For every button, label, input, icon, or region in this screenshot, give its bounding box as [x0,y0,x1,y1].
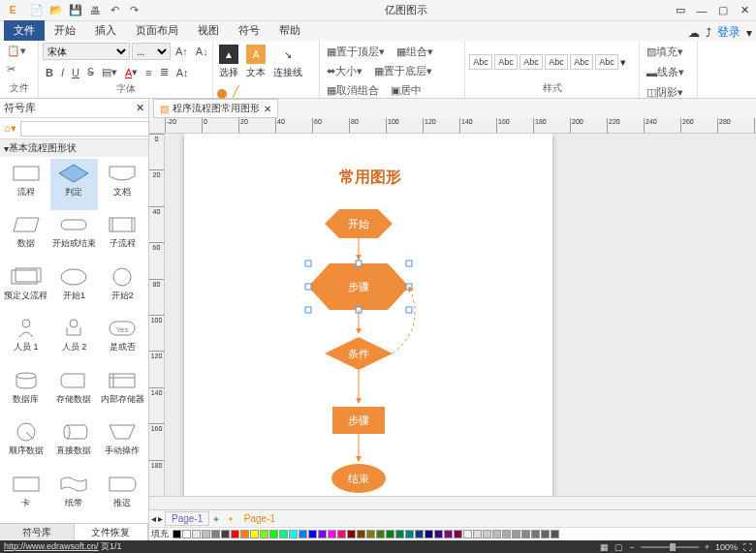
color-swatch[interactable] [454,530,462,538]
font-size-select[interactable]: ... [132,43,171,60]
align-icon[interactable]: ≣ [157,64,172,80]
color-swatch[interactable] [240,530,249,538]
style-preset-1[interactable]: Abc [469,54,492,70]
color-swatch[interactable] [521,530,530,538]
shape-cell-19[interactable]: 纸带 [50,470,99,521]
home-icon[interactable]: ⌂▾ [4,122,16,135]
win-min-icon[interactable]: — [692,3,711,18]
cloud-icon[interactable]: ☁ [688,26,700,40]
color-swatch[interactable] [279,530,288,538]
shape-cell-3[interactable]: 数据 [2,210,50,261]
shape-cell-9[interactable]: 人员 1 [2,314,50,365]
document-tab[interactable]: ▧ 程序流程图常用图形 ✕ [153,99,278,118]
zoom-out-icon[interactable]: − [629,542,634,552]
bullet-icon[interactable]: ≡ [142,64,154,80]
color-swatch[interactable] [173,530,181,538]
status-url[interactable]: http://www.edrawsoft.cn/ [4,541,99,551]
size-button[interactable]: ⬌ 大小▾ [324,62,365,80]
highlight-icon[interactable]: ▤▾ [99,64,120,80]
underline-button[interactable]: U [69,64,82,80]
left-close-icon[interactable]: ✕ [136,102,144,114]
login-link[interactable]: 登录 [717,24,740,41]
tab-file[interactable]: 文件 [4,20,45,41]
qat-new-icon[interactable]: 📄 [29,3,45,18]
line-icon[interactable]: ╱ [233,85,243,98]
shape-cell-15[interactable]: 顺序数据 [2,417,50,469]
shape-cell-17[interactable]: 手动操作 [98,417,146,469]
color-swatch[interactable] [269,530,278,538]
shape-cell-16[interactable]: 直接数据 [50,417,99,469]
color-swatch[interactable] [366,530,375,538]
shape-cell-12[interactable]: 数据库 [2,366,50,417]
color-swatch[interactable] [182,530,191,538]
tab-help[interactable]: 帮助 [269,20,310,41]
color-swatch[interactable] [434,530,443,538]
color-swatch[interactable] [357,530,365,538]
bring-front-button[interactable]: ▦ 置于顶层▾ [324,43,388,61]
paste-icon[interactable]: 📋▾ [4,43,29,59]
color-swatch[interactable] [202,530,210,538]
font-grow-icon[interactable]: A↑ [173,43,191,60]
ungroup-button[interactable]: ▦ 取消组合 [324,81,382,100]
shape-cell-8[interactable]: 开始2 [98,262,146,314]
color-swatch[interactable] [260,530,268,538]
shape-cell-4[interactable]: 开始或结束 [50,210,99,261]
color-swatch[interactable] [492,530,501,538]
style-more-icon[interactable]: ▾ [620,56,626,69]
color-swatch[interactable] [415,530,424,538]
tab-recover[interactable]: 文件恢复 [75,524,149,540]
color-swatch[interactable] [192,530,201,538]
view-single-icon[interactable]: ▪ [229,513,233,524]
color-swatch[interactable] [541,530,550,538]
color-swatch[interactable] [512,530,520,538]
page-tab[interactable]: Page-1 [165,511,209,526]
color-swatch[interactable] [376,530,385,538]
shape-cell-11[interactable]: Yes是或否 [98,314,146,365]
fullscreen-icon[interactable]: ⛶ [743,542,752,552]
style-preset-4[interactable]: Abc [545,54,568,70]
qat-open-icon[interactable]: 📂 [48,3,64,18]
color-swatch[interactable] [299,530,307,538]
shape-cell-0[interactable]: 流程 [2,159,50,210]
color-swatch[interactable] [405,530,414,538]
shape-cell-5[interactable]: 子流程 [98,210,146,261]
shape-cell-7[interactable]: 开始1 [50,262,99,314]
cut-icon[interactable]: ✂ [4,61,18,77]
page-prev-icon[interactable]: ◂ [151,513,156,524]
canvas[interactable]: 常用图形 开始 步骤 [165,134,756,496]
color-swatch[interactable] [347,530,356,538]
qat-undo-icon[interactable]: ↶ [107,3,122,18]
win-max-icon[interactable]: ▢ [713,3,733,18]
color-swatch[interactable] [250,530,259,538]
fill-button[interactable]: ▨ 填充▾ [644,43,686,61]
win-close-icon[interactable]: ✕ [735,3,754,18]
color-swatch[interactable] [483,530,491,538]
shape-oval-icon[interactable] [217,89,227,99]
spacing-icon[interactable]: A↕ [173,64,192,80]
win-restore-icon[interactable]: ▭ [671,3,690,18]
center-button[interactable]: ▣ 居中 [388,81,425,100]
chevron-down-icon[interactable]: ▾ [746,26,752,40]
tab-layout[interactable]: 页面布局 [126,20,188,41]
color-swatch[interactable] [386,530,394,538]
shape-search-input[interactable] [20,121,149,137]
color-swatch[interactable] [221,530,230,538]
color-swatch[interactable] [444,530,453,538]
tab-symbol[interactable]: 符号 [229,20,269,41]
tab-shapelib[interactable]: 符号库 [0,524,75,540]
share-icon[interactable]: ⤴ [706,26,711,40]
color-swatch[interactable] [211,530,220,538]
send-back-button[interactable]: ▦ 置于底层▾ [371,62,435,80]
line-button[interactable]: ▬ 线条▾ [644,63,687,81]
shape-cell-18[interactable]: 卡 [2,470,50,521]
style-preset-5[interactable]: Abc [570,54,593,70]
style-preset-6[interactable]: Abc [595,54,618,70]
color-swatch[interactable] [289,530,298,538]
shape-cell-6[interactable]: 预定义流程 [2,262,50,314]
zoom-slider[interactable] [641,546,699,548]
qat-redo-icon[interactable]: ↷ [126,3,142,18]
color-swatch[interactable] [395,530,404,538]
color-swatch[interactable] [337,530,346,538]
shape-cell-10[interactable]: 人员 2 [50,314,99,365]
text-tool[interactable]: A文本 [244,43,268,81]
